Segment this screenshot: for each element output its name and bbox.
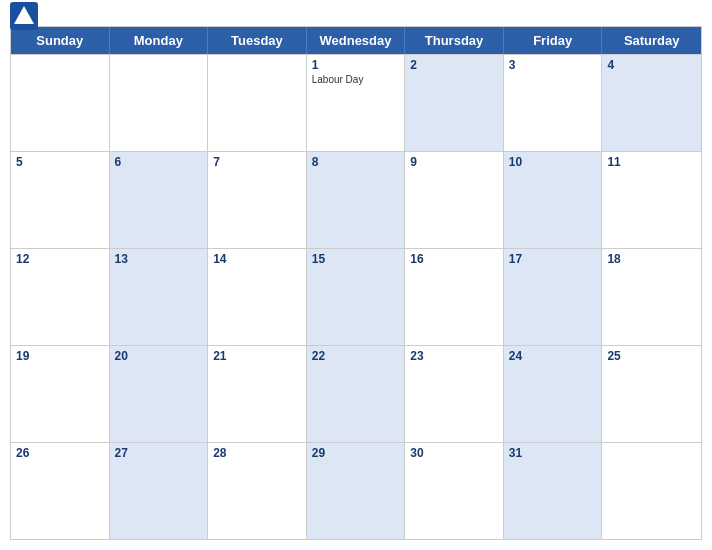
day-number: 14	[213, 252, 301, 266]
day-cell: 3	[504, 55, 603, 151]
day-cell: 5	[11, 152, 110, 248]
day-number: 18	[607, 252, 696, 266]
day-cell: 6	[110, 152, 209, 248]
day-number: 20	[115, 349, 203, 363]
day-number: 2	[410, 58, 498, 72]
day-cell: 13	[110, 249, 209, 345]
day-number: 17	[509, 252, 597, 266]
day-number: 3	[509, 58, 597, 72]
day-cell: 16	[405, 249, 504, 345]
day-cell	[110, 55, 209, 151]
day-cell: 29	[307, 443, 406, 539]
day-headers: SundayMondayTuesdayWednesdayThursdayFrid…	[11, 27, 701, 54]
day-number: 27	[115, 446, 203, 460]
day-number: 31	[509, 446, 597, 460]
day-number: 8	[312, 155, 400, 169]
day-number: 26	[16, 446, 104, 460]
day-number: 25	[607, 349, 696, 363]
day-number: 11	[607, 155, 696, 169]
day-header-tuesday: Tuesday	[208, 27, 307, 54]
day-header-friday: Friday	[504, 27, 603, 54]
day-number: 4	[607, 58, 696, 72]
day-number: 15	[312, 252, 400, 266]
day-cell: 30	[405, 443, 504, 539]
day-cell: 4	[602, 55, 701, 151]
week-row-1: 567891011	[11, 151, 701, 248]
day-cell: 27	[110, 443, 209, 539]
weeks: 1Labour Day23456789101112131415161718192…	[11, 54, 701, 539]
logo-icon	[10, 2, 38, 30]
day-cell	[208, 55, 307, 151]
day-number: 30	[410, 446, 498, 460]
day-cell: 26	[11, 443, 110, 539]
day-number: 23	[410, 349, 498, 363]
day-number: 5	[16, 155, 104, 169]
day-cell: 1Labour Day	[307, 55, 406, 151]
day-cell: 10	[504, 152, 603, 248]
day-cell: 28	[208, 443, 307, 539]
day-cell	[602, 443, 701, 539]
day-cell: 22	[307, 346, 406, 442]
day-cell: 7	[208, 152, 307, 248]
day-number: 1	[312, 58, 400, 72]
day-number: 10	[509, 155, 597, 169]
day-cell: 18	[602, 249, 701, 345]
day-cell: 9	[405, 152, 504, 248]
day-number: 19	[16, 349, 104, 363]
day-number: 7	[213, 155, 301, 169]
week-row-3: 19202122232425	[11, 345, 701, 442]
day-cell: 11	[602, 152, 701, 248]
day-number: 29	[312, 446, 400, 460]
holiday-label: Labour Day	[312, 74, 400, 85]
day-cell: 15	[307, 249, 406, 345]
day-cell: 24	[504, 346, 603, 442]
day-cell: 25	[602, 346, 701, 442]
day-number: 24	[509, 349, 597, 363]
day-cell: 14	[208, 249, 307, 345]
day-number: 9	[410, 155, 498, 169]
day-number: 28	[213, 446, 301, 460]
day-cell	[11, 55, 110, 151]
day-cell: 31	[504, 443, 603, 539]
calendar: SundayMondayTuesdayWednesdayThursdayFrid…	[10, 26, 702, 540]
day-header-saturday: Saturday	[602, 27, 701, 54]
day-number: 21	[213, 349, 301, 363]
day-number: 12	[16, 252, 104, 266]
day-cell: 8	[307, 152, 406, 248]
logo	[10, 2, 42, 30]
day-header-thursday: Thursday	[405, 27, 504, 54]
day-cell: 23	[405, 346, 504, 442]
day-number: 16	[410, 252, 498, 266]
day-cell: 20	[110, 346, 209, 442]
day-cell: 2	[405, 55, 504, 151]
calendar-header	[10, 10, 702, 20]
day-header-wednesday: Wednesday	[307, 27, 406, 54]
day-cell: 17	[504, 249, 603, 345]
week-row-0: 1Labour Day234	[11, 54, 701, 151]
day-number: 6	[115, 155, 203, 169]
day-header-sunday: Sunday	[11, 27, 110, 54]
day-number: 22	[312, 349, 400, 363]
day-cell: 12	[11, 249, 110, 345]
day-cell: 19	[11, 346, 110, 442]
week-row-2: 12131415161718	[11, 248, 701, 345]
day-header-monday: Monday	[110, 27, 209, 54]
day-number: 13	[115, 252, 203, 266]
day-cell: 21	[208, 346, 307, 442]
week-row-4: 262728293031	[11, 442, 701, 539]
